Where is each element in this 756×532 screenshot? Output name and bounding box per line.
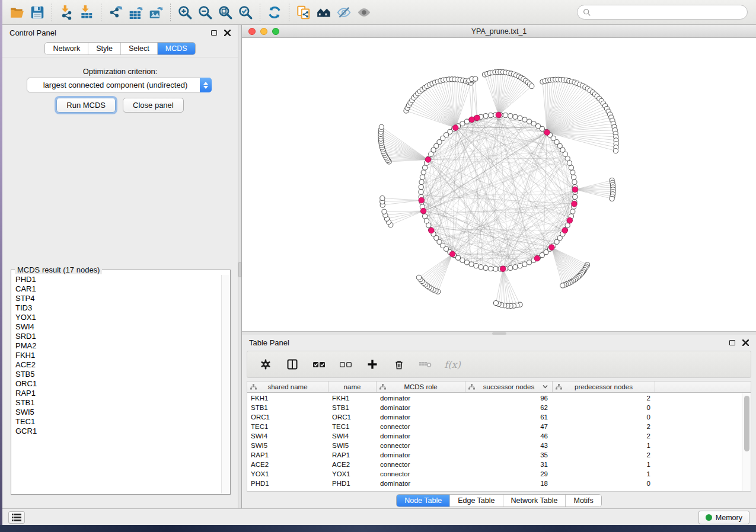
graph-node[interactable]	[479, 265, 483, 270]
close-panel-icon[interactable]	[224, 30, 231, 36]
mcds-list-item[interactable]: GCR1	[12, 427, 221, 436]
graph-node[interactable]	[380, 196, 385, 200]
graph-hub-node[interactable]	[425, 157, 431, 163]
graph-node[interactable]	[423, 214, 428, 219]
tab-select[interactable]: Select	[120, 43, 157, 55]
graph-node[interactable]	[419, 185, 423, 190]
delete-table-icon[interactable]	[417, 354, 435, 374]
add-column-icon[interactable]	[363, 354, 381, 374]
table-row[interactable]: SWI4SWI4dominator462	[247, 431, 742, 441]
table-row[interactable]: RAP1RAP1dominator352	[247, 450, 742, 460]
mcds-list-item[interactable]: ACE2	[12, 360, 221, 370]
select-all-rows-icon[interactable]	[310, 354, 328, 374]
graph-hub-node[interactable]	[562, 227, 568, 233]
table-tab-motifs[interactable]: Motifs	[565, 495, 601, 507]
hide-selected-icon[interactable]	[334, 3, 354, 22]
column-header-shared-name[interactable]: shared name	[247, 382, 328, 392]
cell-MCDS-role[interactable]: dominator	[377, 479, 465, 488]
cell-MCDS-role[interactable]: connector	[377, 460, 465, 469]
graph-node[interactable]	[522, 117, 527, 122]
graph-node[interactable]	[416, 275, 421, 280]
mcds-list-item[interactable]: STP4	[12, 294, 221, 303]
export-network-icon[interactable]	[106, 3, 126, 22]
graph-node[interactable]	[382, 209, 387, 214]
cell-successor-nodes[interactable]: 43	[465, 441, 553, 450]
graph-hub-node[interactable]	[469, 117, 475, 123]
float-panel-icon[interactable]	[729, 340, 735, 345]
show-columns-icon[interactable]	[283, 354, 301, 374]
graph-node[interactable]	[493, 267, 498, 271]
graph-hub-node[interactable]	[420, 208, 426, 214]
graph-node[interactable]	[570, 209, 575, 214]
table-row[interactable]: PHD1PHD1dominator180	[247, 479, 742, 488]
graph-hub-node[interactable]	[474, 115, 480, 121]
graph-node[interactable]	[572, 180, 577, 184]
table-scrollbar[interactable]	[742, 393, 751, 491]
export-image-icon[interactable]	[146, 3, 166, 22]
criterion-select[interactable]: largest connected component (undirected)	[27, 78, 212, 92]
deselect-all-rows-icon[interactable]	[337, 354, 355, 374]
cell-name[interactable]: TEC1	[328, 422, 377, 431]
graph-node[interactable]	[456, 255, 461, 260]
mcds-list-scrollbar[interactable]	[221, 275, 229, 493]
graph-node[interactable]	[518, 116, 522, 120]
cell-shared-name[interactable]: ORC1	[247, 412, 328, 422]
scrollbar-thumb[interactable]	[744, 396, 749, 451]
graph-node[interactable]	[569, 165, 573, 170]
memory-button[interactable]: Memory	[698, 511, 749, 524]
search-input[interactable]	[591, 8, 742, 17]
cell-MCDS-role[interactable]: dominator	[377, 403, 465, 412]
network-canvas[interactable]	[242, 38, 756, 331]
float-panel-icon[interactable]	[211, 30, 217, 36]
refresh-layout-icon[interactable]	[264, 3, 285, 22]
cell-predecessor-nodes[interactable]: 0	[553, 479, 655, 488]
cell-name[interactable]: FKH1	[328, 393, 377, 403]
mcds-list-item[interactable]: STB1	[12, 398, 221, 408]
table-row[interactable]: SWI5SWI5connector431	[247, 441, 742, 450]
task-history-icon[interactable]	[8, 511, 25, 524]
cell-predecessor-nodes[interactable]: 1	[553, 460, 655, 469]
cell-predecessor-nodes[interactable]: 2	[553, 422, 655, 431]
table-row[interactable]: ACE2ACE2connector311	[247, 460, 742, 469]
mcds-list-item[interactable]: STB5	[12, 370, 221, 379]
table-tab-node-table[interactable]: Node Table	[397, 495, 449, 507]
graph-node[interactable]	[527, 260, 532, 265]
table-row[interactable]: FKH1FKH1dominator962	[247, 393, 742, 403]
cell-successor-nodes[interactable]: 18	[465, 479, 553, 488]
graph-node[interactable]	[419, 190, 423, 194]
graph-hub-node[interactable]	[572, 201, 578, 207]
cell-successor-nodes[interactable]: 61	[465, 412, 553, 422]
tab-network[interactable]: Network	[45, 43, 88, 55]
cell-name[interactable]: PHD1	[328, 479, 377, 488]
cell-predecessor-nodes[interactable]: 1	[553, 469, 655, 479]
graph-hub-node[interactable]	[452, 125, 458, 131]
cell-MCDS-role[interactable]: dominator	[377, 450, 465, 460]
graph-node[interactable]	[508, 114, 513, 118]
graph-node[interactable]	[613, 149, 618, 153]
graph-node[interactable]	[565, 156, 570, 161]
graph-node[interactable]	[420, 175, 425, 180]
graph-hub-node[interactable]	[549, 245, 555, 251]
tab-mcds[interactable]: MCDS	[157, 43, 195, 55]
graph-node[interactable]	[473, 76, 478, 81]
graph-hub-node[interactable]	[429, 227, 435, 233]
graph-node[interactable]	[508, 265, 513, 270]
cell-MCDS-role[interactable]: connector	[377, 441, 465, 450]
cell-MCDS-role[interactable]: dominator	[377, 393, 465, 403]
graph-node[interactable]	[464, 260, 469, 265]
mcds-list-item[interactable]: SWI4	[12, 322, 221, 332]
function-builder-icon[interactable]: f(x)	[444, 354, 461, 374]
graph-node[interactable]	[531, 121, 536, 126]
cell-predecessor-nodes[interactable]: 2	[553, 393, 655, 403]
mcds-list-item[interactable]: RAP1	[12, 389, 221, 398]
cell-predecessor-nodes[interactable]: 0	[553, 412, 655, 422]
import-table-icon[interactable]	[76, 3, 97, 22]
graph-node[interactable]	[560, 283, 565, 288]
mcds-list-item[interactable]: SRD1	[12, 332, 221, 341]
vertical-splitter[interactable]	[238, 25, 242, 508]
zoom-in-icon[interactable]	[175, 3, 195, 22]
cell-shared-name[interactable]: FKH1	[247, 393, 328, 403]
cell-shared-name[interactable]: SWI4	[247, 431, 328, 441]
cell-shared-name[interactable]: PHD1	[247, 479, 328, 488]
tab-style[interactable]: Style	[88, 43, 120, 55]
